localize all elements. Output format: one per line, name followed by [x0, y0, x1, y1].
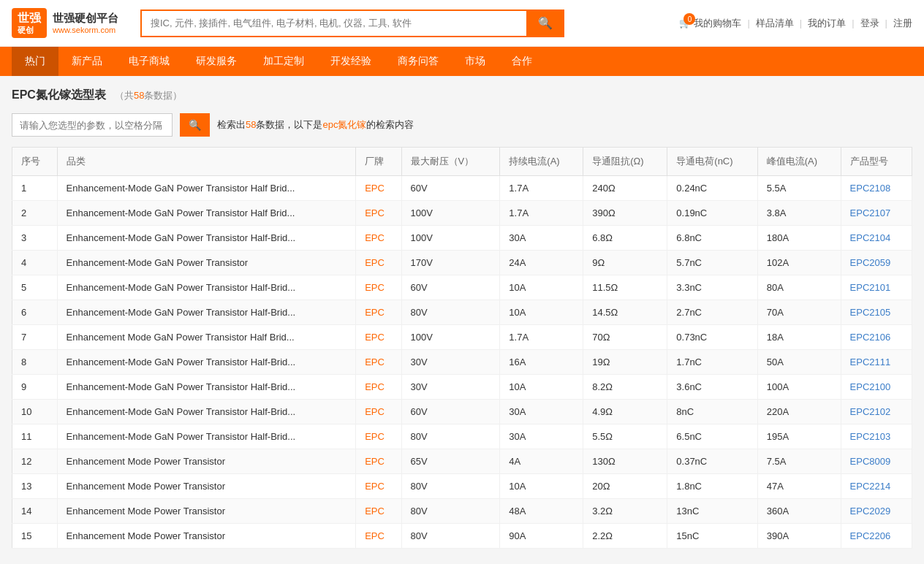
cell-brand: EPC [356, 176, 401, 201]
cell-voltage: 80V [401, 474, 500, 499]
cell-type: Enhancement-Mode GaN Power Transistor Ha… [57, 375, 356, 400]
cell-model: EPC2104 [841, 226, 912, 251]
nav-item-7[interactable]: 市场 [452, 47, 499, 76]
cell-charge: 13nC [667, 499, 757, 524]
cell-voltage: 80V [401, 424, 500, 449]
cart-area[interactable]: 🛒 0 我的购物车 [679, 17, 741, 30]
cell-peak: 195A [757, 424, 841, 449]
cell-brand: EPC [356, 350, 401, 375]
cell-resistance: 14.5Ω [583, 300, 667, 325]
cell-current: 1.7A [500, 325, 583, 350]
cell-current: 24A [500, 251, 583, 275]
cell-resistance: 390Ω [583, 201, 667, 226]
nav-item-4[interactable]: 加工定制 [250, 47, 317, 76]
cell-type: Enhancement Mode GaN Power Transistor Ha… [57, 325, 356, 350]
nav-item-0[interactable]: 热门 [12, 47, 58, 76]
sep2: | [800, 18, 802, 28]
cell-resistance: 9Ω [583, 251, 667, 275]
cell-brand: EPC [356, 499, 401, 524]
search-button[interactable]: 🔍 [526, 9, 564, 37]
filter-button[interactable]: 🔍 [180, 113, 210, 137]
main-nav: 热门新产品电子商城研发服务加工定制开发经验商务问答市场合作 [0, 47, 924, 76]
cell-no: 13 [12, 474, 58, 499]
nav-item-5[interactable]: 开发经验 [317, 47, 385, 76]
order-link[interactable]: 我的订单 [808, 17, 846, 30]
cell-voltage: 30V [401, 350, 500, 375]
cell-resistance: 11.5Ω [583, 275, 667, 300]
cell-charge: 0.24nC [667, 176, 757, 201]
cell-voltage: 100V [401, 226, 500, 251]
cell-peak: 50A [757, 350, 841, 375]
col-header-2: 厂牌 [356, 148, 401, 176]
cell-resistance: 8.2Ω [583, 375, 667, 400]
table-row: 11Enhancement-Mode GaN Power Transistor … [12, 424, 912, 449]
table-header-row: 序号品类厂牌最大耐压（V）持续电流(A)导通阻抗(Ω)导通电荷(nC)峰值电流(… [12, 148, 912, 176]
cell-resistance: 70Ω [583, 325, 667, 350]
page-title-row: EPC氮化镓选型表 （共58条数据） [12, 88, 912, 103]
logo-sub-text: www.sekorm.com [53, 26, 118, 34]
cell-charge: 15nC [667, 524, 757, 549]
cell-resistance: 3.2Ω [583, 499, 667, 524]
cell-brand: EPC [356, 226, 401, 251]
cell-no: 9 [12, 375, 58, 400]
cell-current: 1.7A [500, 201, 583, 226]
nav-item-2[interactable]: 电子商城 [116, 47, 183, 76]
cell-peak: 100A [757, 375, 841, 400]
table-row: 6Enhancement-Mode GaN Power Transistor H… [12, 300, 912, 325]
col-header-4: 持续电流(A) [500, 148, 583, 176]
cell-type: Enhancement Mode Power Transistor [57, 474, 356, 499]
cell-type: Enhancement Mode Power Transistor [57, 449, 356, 474]
nav-item-3[interactable]: 研发服务 [183, 47, 250, 76]
login-link[interactable]: 登录 [860, 17, 879, 30]
cell-voltage: 170V [401, 251, 500, 275]
cell-peak: 80A [757, 275, 841, 300]
cell-current: 90A [500, 524, 583, 549]
sep1: | [747, 18, 749, 28]
cell-type: Enhancement Mode Power Transistor [57, 524, 356, 549]
cell-type: Enhancement-Mode GaN Power Transistor Ha… [57, 176, 356, 201]
cell-no: 14 [12, 499, 58, 524]
table-row: 10Enhancement-Mode GaN Power Transistor … [12, 400, 912, 424]
sample-link[interactable]: 样品清单 [756, 17, 794, 30]
filter-desc: 检索出58条数据，以下是epc氮化镓的检索内容 [217, 118, 414, 132]
page-count: （共58条数据） [115, 89, 182, 102]
nav-item-8[interactable]: 合作 [499, 47, 545, 76]
cell-current: 10A [500, 275, 583, 300]
logo-line1: 世强 [18, 11, 41, 25]
sep4: | [885, 18, 887, 28]
table-row: 13Enhancement Mode Power TransistorEPC80… [12, 474, 912, 499]
cell-charge: 6.8nC [667, 226, 757, 251]
cell-peak: 3.8A [757, 201, 841, 226]
nav-item-6[interactable]: 商务问答 [385, 47, 452, 76]
col-header-7: 峰值电流(A) [757, 148, 841, 176]
cell-current: 10A [500, 474, 583, 499]
table-row: 4Enhancement-Mode GaN Power TransistorEP… [12, 251, 912, 275]
table-row: 14Enhancement Mode Power TransistorEPC80… [12, 499, 912, 524]
cell-charge: 0.37nC [667, 449, 757, 474]
cell-no: 1 [12, 176, 58, 201]
cell-brand: EPC [356, 449, 401, 474]
nav-item-1[interactable]: 新产品 [58, 47, 116, 76]
logo-text-area: 世强硬创平台 www.sekorm.com [53, 12, 118, 34]
cell-brand: EPC [356, 325, 401, 350]
cell-charge: 0.73nC [667, 325, 757, 350]
cell-model: EPC2100 [841, 375, 912, 400]
table-row: 9Enhancement-Mode GaN Power Transistor H… [12, 375, 912, 400]
header: 世强 硬创 世强硬创平台 www.sekorm.com 🔍 🛒 0 我的购物车 … [0, 0, 924, 47]
cart-icon-wrap: 🛒 0 [679, 18, 691, 28]
cart-label[interactable]: 我的购物车 [694, 17, 741, 30]
cell-current: 30A [500, 400, 583, 424]
cell-no: 5 [12, 275, 58, 300]
cell-current: 4A [500, 449, 583, 474]
page-title: EPC氮化镓选型表 [12, 88, 106, 103]
cell-voltage: 100V [401, 201, 500, 226]
filter-input[interactable] [12, 113, 173, 137]
search-input[interactable] [140, 9, 526, 37]
cell-resistance: 240Ω [583, 176, 667, 201]
cell-peak: 180A [757, 226, 841, 251]
cell-current: 1.7A [500, 176, 583, 201]
cell-resistance: 4.9Ω [583, 400, 667, 424]
register-link[interactable]: 注册 [893, 17, 912, 30]
cell-type: Enhancement-Mode GaN Power Transistor Ha… [57, 226, 356, 251]
logo-line2: 硬创 [18, 26, 41, 35]
